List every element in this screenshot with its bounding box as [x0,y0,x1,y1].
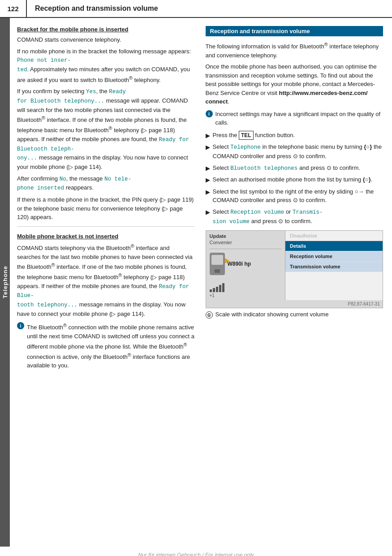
arrow-icon-6: ▶ [206,208,210,217]
step-6: ▶ Select Reception volume or Transmis-si… [206,207,383,226]
ss-update-label: Update [210,233,282,239]
main-content: Telephone Bracket for the mobile phone i… [0,18,392,547]
section1-p2: If no mobile phone is in the bracket the… [17,47,195,85]
step-4: ▶ Select an authorised mobile phone from… [206,175,383,185]
right-column: Reception and transmission volume The fo… [206,26,383,542]
annotation-number: ① [206,311,213,319]
screenshot-left-panel: Update Convenier W890i hp [206,231,286,300]
step-1: ▶ Press the TEL function button. [206,131,383,140]
left-column: Bracket for the mobile phone is inserted… [17,26,195,542]
footer-watermark: Nur für internen Gebrauch / For internal… [0,547,392,556]
screenshot-container: Update Convenier W890i hp [206,230,383,308]
right-info-icon: i [206,110,213,117]
section1-p5: If there is a mobile phone in the bracke… [17,195,195,222]
section2-p1: COMAND starts telephony via the Blue­too… [17,242,195,319]
screenshot-caption-text: P82.87-6417-31 [348,302,380,306]
section2-info-box: i The Bluetooth® connection with the mob… [17,322,195,370]
step-3-text: Select Bluetooth telephones and press ⊙ … [213,164,360,173]
section2-info-text: The Bluetooth® connection with the mobil… [27,322,195,370]
ss-details: Details [285,241,383,251]
ss-scale-bars: +1 [210,283,282,298]
page-number: 122 [0,0,27,17]
ss-reception-volume: Reception volume [285,251,383,262]
step-2: ▶ Select Telephone in the telephone basi… [206,142,383,160]
section1-heading: Bracket for the mobile phone is inserted [17,26,195,33]
right-p2: Once the mobile phone has been authorise… [206,62,383,106]
annotation: ① Scale with indicator showing current v… [206,311,383,319]
ss-device-row: W890i hp [210,253,282,275]
section1-p1: COMAND starts convenience telephony. [17,35,195,44]
sidebar-tab: Telephone [0,18,10,547]
arrow-icon-4: ▶ [206,176,210,185]
step-5-text: Select the list symbol to the right of t… [213,187,383,205]
arrow-icon-2: ▶ [206,143,210,152]
divider1 [17,226,195,227]
step-2-text: Select Telephone in the telephone basic … [213,142,383,160]
screenshot-right-panel: Disauthorise Details Reception volume Tr… [285,231,383,300]
arrow-icon-1: ▶ [206,131,210,140]
arrow-icon-5: ▶ [206,188,210,197]
right-section-heading: Reception and transmission volume [206,26,383,36]
steps-list: ▶ Press the TEL function button. ▶ Selec… [206,131,383,226]
info-icon: i [17,322,24,329]
ss-device-name: W890i hp [228,261,251,267]
tel-button: TEL [239,131,254,140]
section1-p3: If you confirm by selecting Yes, the Rea… [17,87,195,171]
ss-disauthorise: Disauthorise [285,231,383,241]
right-p1: The following information is valid for B… [206,41,383,60]
screenshot-caption: P82.87-6417-31 [206,300,383,308]
right-info-box: i Incorrect settings may have a signific… [206,110,383,127]
step-5: ▶ Select the list symbol to the right of… [206,187,383,205]
columns: Bracket for the mobile phone is inserted… [10,18,392,547]
section2-heading: Mobile phone bracket is not inserted [17,233,195,240]
step-4-text: Select an authorised mobile phone from t… [213,175,373,184]
annotation-text: Scale with indicator showing current vol… [215,311,329,318]
header-bar: 122 Reception and transmission volume [0,0,392,18]
ss-convenier-label: Convenier [210,240,282,245]
header-title: Reception and transmission volume [27,0,158,17]
arrow-icon-3: ▶ [206,164,210,173]
ss-transmission-volume: Transmission volume [285,262,383,272]
screenshot-inner: Update Convenier W890i hp [206,231,383,300]
section1-p4: After confirming No, the message No tele… [17,174,195,193]
right-info-text: Incorrect settings may have a significan… [215,110,383,127]
sidebar-tab-label: Telephone [2,266,9,298]
step-1-text: Press the TEL function button. [213,131,295,140]
step-3: ▶ Select Bluetooth telephones and press … [206,164,383,173]
step-6-text: Select Reception volume or Transmis-sion… [213,207,323,226]
